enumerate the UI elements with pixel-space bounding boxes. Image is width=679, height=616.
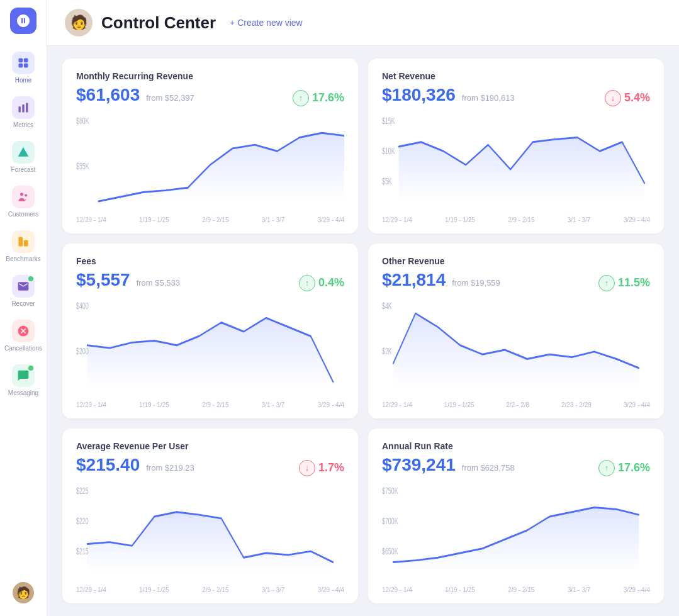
svg-rect-1	[24, 59, 28, 63]
x-axis-label: 2/9 - 2/15	[508, 216, 534, 223]
metric-change-arpu: ↓ 1.7%	[299, 460, 344, 476]
metric-label-mrr: Monthly Recurring Revenue	[76, 71, 344, 81]
sidebar-item-recover[interactable]: Recover	[4, 270, 43, 312]
change-arrow-arpu: ↓	[299, 460, 315, 476]
change-arrow-other-revenue: ↑	[598, 275, 615, 291]
x-axis-label: 3/29 - 4/4	[318, 401, 344, 408]
svg-rect-10	[19, 237, 23, 247]
sidebar-item-messaging[interactable]: Messaging	[4, 359, 43, 401]
svg-rect-2	[19, 64, 23, 68]
y-axis-label: $750K	[382, 485, 398, 496]
chart-svg-net-revenue: $15K$10K$5K	[382, 110, 650, 211]
metric-value-arpu: $215.40	[76, 455, 140, 475]
metrics-icon	[12, 96, 35, 119]
x-axis-label: 3/1 - 3/7	[262, 586, 285, 593]
x-axis-label: 3/1 - 3/7	[262, 216, 285, 223]
metric-label-arpu: Average Revenue Per User	[76, 441, 344, 451]
sidebar-item-cancellations[interactable]: Cancellations	[4, 315, 43, 357]
x-axis-label: 12/29 - 1/4	[382, 401, 412, 408]
x-axis-label: 3/29 - 4/4	[318, 216, 344, 223]
metric-value-net-revenue: $180,326	[382, 85, 456, 105]
metric-value-row-arr: $739,241 from $628,758 ↑ 17.6%	[382, 455, 650, 476]
metric-change-other-revenue: ↑ 11.5%	[598, 275, 650, 291]
y-axis-label: $650K	[382, 546, 398, 557]
recover-icon	[12, 275, 35, 298]
sidebar-item-forecast[interactable]: Forecast	[4, 136, 43, 178]
y-axis-label: $55K	[76, 160, 89, 171]
messaging-notification-dot	[28, 366, 33, 371]
x-axis-label: 2/2 - 2/8	[506, 401, 529, 408]
chart-svg-arpu: $225$220$215	[76, 480, 344, 581]
metric-label-fees: Fees	[76, 256, 344, 266]
metric-from-arpu: from $219.23	[146, 463, 194, 473]
benchmarks-icon	[12, 230, 35, 253]
x-labels-fees: 12/29 - 1/41/19 - 1/252/9 - 2/153/1 - 3/…	[76, 401, 344, 408]
chart-area-other-revenue: $4K$2K	[382, 295, 650, 396]
cancellations-icon	[12, 320, 35, 342]
x-labels-other-revenue: 12/29 - 1/41/19 - 1/252/2 - 2/82/23 - 2/…	[382, 401, 650, 408]
x-axis-label: 3/29 - 4/4	[624, 216, 650, 223]
x-axis-label: 2/9 - 2/15	[202, 401, 228, 408]
sidebar-item-metrics[interactable]: Metrics	[4, 91, 43, 133]
svg-rect-3	[24, 64, 28, 68]
metric-value-fees: $5,557	[76, 270, 130, 290]
metric-value-arr: $739,241	[382, 455, 456, 475]
sidebar: Home Metrics Forecast Customers Benchmar…	[0, 0, 47, 616]
sidebar-item-home-label: Home	[15, 77, 32, 84]
metric-change-arr: ↑ 17.6%	[598, 460, 650, 476]
chart-svg-mrr: $60K$55K	[76, 110, 344, 211]
sidebar-item-customers-label: Customers	[8, 211, 38, 218]
metric-from-mrr: from $52,397	[146, 93, 194, 103]
change-pct-net-revenue: 5.4%	[624, 91, 650, 104]
metric-value-row-other-revenue: $21,814 from $19,559 ↑ 11.5%	[382, 270, 650, 291]
home-icon	[12, 52, 35, 74]
svg-rect-6	[26, 103, 28, 113]
x-axis-label: 1/19 - 1/25	[444, 401, 474, 408]
y-axis-label: $200	[76, 345, 89, 356]
y-axis-label: $15K	[382, 115, 395, 126]
main-content: 🧑 Control Center + Create new view Month…	[47, 0, 679, 616]
metric-from-arr: from $628,758	[462, 463, 515, 473]
metric-label-net-revenue: Net Revenue	[382, 71, 650, 81]
chart-area-fees: $400$200	[76, 295, 344, 396]
x-axis-label: 1/19 - 1/25	[139, 401, 169, 408]
chart-area-arpu: $225$220$215	[76, 480, 344, 581]
create-new-view-label: Create new view	[237, 18, 303, 28]
sidebar-item-cancellations-label: Cancellations	[4, 345, 42, 352]
x-axis-label: 12/29 - 1/4	[382, 586, 412, 593]
svg-rect-0	[19, 59, 23, 63]
x-axis-label: 2/23 - 2/29	[561, 401, 592, 408]
metric-from-net-revenue: from $190,613	[462, 93, 515, 103]
x-labels-net-revenue: 12/29 - 1/41/19 - 1/252/9 - 2/153/1 - 3/…	[382, 216, 650, 223]
x-labels-arr: 12/29 - 1/41/19 - 1/252/9 - 2/153/1 - 3/…	[382, 586, 650, 593]
chart-fill-mrr	[99, 133, 345, 201]
user-avatar[interactable]: 🧑	[13, 582, 34, 603]
metric-card-mrr: Monthly Recurring Revenue $61,603 from $…	[62, 59, 358, 233]
chart-area-net-revenue: $15K$10K$5K	[382, 110, 650, 211]
metric-from-fees: from $5,533	[137, 278, 180, 288]
metric-label-arr: Annual Run Rate	[382, 441, 650, 451]
y-axis-label: $220	[76, 515, 89, 526]
svg-point-9	[25, 194, 27, 196]
create-new-view-button[interactable]: + Create new view	[230, 18, 303, 28]
app-logo[interactable]	[10, 8, 36, 34]
change-pct-mrr: 17.6%	[312, 91, 344, 104]
chart-svg-arr: $750K$700K$650K	[382, 480, 650, 581]
metric-value-row-fees: $5,557 from $5,533 ↑ 0.4%	[76, 270, 344, 291]
change-arrow-net-revenue: ↓	[605, 90, 621, 106]
y-axis-label: $215	[76, 546, 89, 557]
metric-change-net-revenue: ↓ 5.4%	[605, 90, 650, 106]
svg-rect-4	[19, 106, 21, 112]
metric-value-row-net-revenue: $180,326 from $190,613 ↓ 5.4%	[382, 85, 650, 106]
metric-value-mrr: $61,603	[76, 85, 140, 105]
y-axis-label: $5K	[382, 176, 392, 187]
change-pct-fees: 0.4%	[318, 276, 344, 289]
sidebar-item-customers[interactable]: Customers	[4, 181, 43, 223]
header-avatar: 🧑	[65, 9, 93, 36]
chart-fill-arpu	[87, 512, 334, 571]
change-arrow-arr: ↑	[598, 460, 615, 476]
metric-label-other-revenue: Other Revenue	[382, 256, 650, 266]
svg-marker-7	[18, 147, 29, 157]
sidebar-item-benchmarks[interactable]: Benchmarks	[4, 225, 43, 267]
sidebar-item-home[interactable]: Home	[4, 47, 43, 89]
